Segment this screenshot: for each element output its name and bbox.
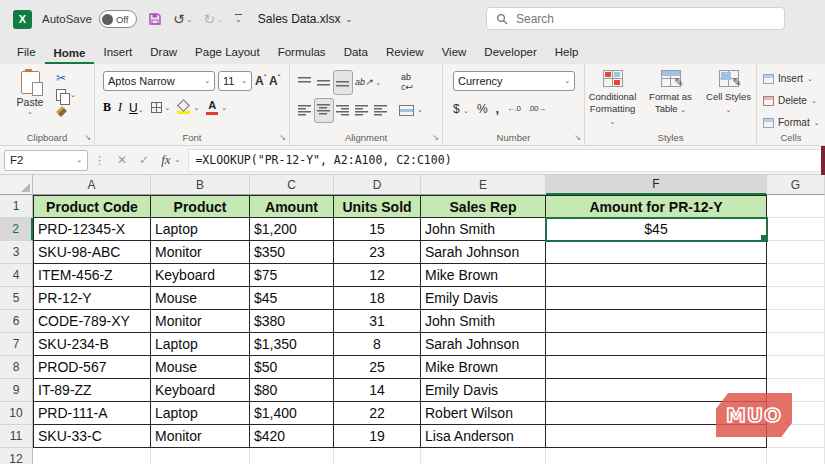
cell-A4[interactable]: ITEM-456-Z — [33, 264, 151, 287]
cell-D2[interactable]: 15 — [334, 218, 421, 241]
decrease-decimal-button[interactable]: .00→ — [528, 104, 545, 113]
align-left-button[interactable] — [298, 105, 311, 116]
number-format-select[interactable]: Currency⌄ — [453, 71, 575, 91]
increase-decimal-button[interactable]: ←.0 — [507, 104, 520, 113]
cell-G8[interactable] — [767, 356, 825, 379]
insert-cells-button[interactable]: Insert⌄ — [763, 73, 813, 84]
format-painter-button[interactable] — [56, 106, 67, 117]
cell-E5[interactable]: Emily Davis — [421, 287, 546, 310]
alignment-dialog-launcher[interactable]: ↘ — [432, 134, 439, 142]
cell-A6[interactable]: CODE-789-XY — [33, 310, 151, 333]
column-header-A[interactable]: A — [33, 175, 151, 195]
cell-B8[interactable]: Mouse — [151, 356, 250, 379]
row-header-10[interactable]: 10 — [0, 402, 33, 425]
cell-A5[interactable]: PR-12-Y — [33, 287, 151, 310]
cell-G5[interactable] — [767, 287, 825, 310]
cell-F6[interactable] — [546, 310, 767, 333]
cell-A12[interactable] — [33, 448, 151, 464]
accounting-format-button[interactable]: $ ⌄ — [453, 102, 469, 116]
tab-insert[interactable]: Insert — [94, 41, 141, 64]
tab-developer[interactable]: Developer — [475, 41, 545, 64]
cell-E9[interactable]: Emily Davis — [421, 379, 546, 402]
document-title[interactable]: Sales Data.xlsx ⌄ — [258, 12, 352, 26]
cell-G2[interactable] — [767, 218, 825, 241]
cell-B2[interactable]: Laptop — [151, 218, 250, 241]
increase-indent-button[interactable] — [374, 105, 387, 116]
font-dialog-launcher[interactable]: ↘ — [279, 134, 286, 142]
customize-quick-access-button[interactable]: ⌄ — [235, 14, 242, 24]
cell-styles-button[interactable]: ✎ Cell Styles ⌄ — [703, 70, 755, 115]
column-header-B[interactable]: B — [151, 175, 250, 195]
decrease-indent-button[interactable] — [355, 105, 368, 116]
cell-F8[interactable] — [546, 356, 767, 379]
cell-B9[interactable]: Keyboard — [151, 379, 250, 402]
name-box[interactable]: F2 ⌄ — [4, 150, 88, 171]
bottom-align-button[interactable] — [333, 70, 353, 95]
delete-cells-button[interactable]: Delete⌄ — [763, 95, 817, 106]
cell-E6[interactable]: John Smith — [421, 310, 546, 333]
cell-B10[interactable]: Laptop — [151, 402, 250, 425]
wrap-text-button[interactable]: abc↩ — [401, 72, 413, 92]
cell-A2[interactable]: PRD-12345-X — [33, 218, 151, 241]
format-as-table-button[interactable]: ✎ Format as Table ⌄ — [645, 70, 697, 115]
row-header-9[interactable]: 9 — [0, 379, 33, 402]
copy-button[interactable]: ⌄ — [56, 89, 76, 101]
cell-D8[interactable]: 25 — [334, 356, 421, 379]
cell-B1[interactable]: Product — [151, 195, 250, 218]
cell-E11[interactable]: Lisa Anderson — [421, 425, 546, 448]
font-size-select[interactable]: 11⌄ — [218, 71, 252, 91]
tab-formulas[interactable]: Formulas — [269, 41, 335, 64]
row-header-4[interactable]: 4 — [0, 264, 33, 287]
cell-D12[interactable] — [334, 448, 421, 464]
clipboard-dialog-launcher[interactable]: ↘ — [84, 134, 91, 142]
cell-F1[interactable]: Amount for PR-12-Y — [546, 195, 767, 218]
cell-A10[interactable]: PRD-111-A — [33, 402, 151, 425]
column-header-C[interactable]: C — [250, 175, 334, 195]
cell-F2[interactable]: $45 — [546, 218, 767, 241]
cell-B11[interactable]: Monitor — [151, 425, 250, 448]
row-header-5[interactable]: 5 — [0, 287, 33, 310]
cell-C9[interactable]: $80 — [250, 379, 334, 402]
cell-E10[interactable]: Robert Wilson — [421, 402, 546, 425]
cell-F4[interactable] — [546, 264, 767, 287]
cell-D5[interactable]: 18 — [334, 287, 421, 310]
cell-B7[interactable]: Laptop — [151, 333, 250, 356]
cell-E7[interactable]: Sarah Johnson — [421, 333, 546, 356]
cell-B6[interactable]: Monitor — [151, 310, 250, 333]
column-header-G[interactable]: G — [767, 175, 825, 195]
undo-button[interactable]: ↺⌄ — [173, 12, 193, 26]
top-align-button[interactable] — [298, 77, 311, 88]
cell-C1[interactable]: Amount — [250, 195, 334, 218]
cell-C12[interactable] — [250, 448, 334, 464]
decrease-font-button[interactable]: Aˇ — [269, 74, 280, 88]
cell-D6[interactable]: 31 — [334, 310, 421, 333]
bold-button[interactable]: B — [103, 100, 111, 115]
cell-C10[interactable]: $1,400 — [250, 402, 334, 425]
cell-C3[interactable]: $350 — [250, 241, 334, 264]
fill-color-button[interactable]: ⌄ — [177, 101, 199, 114]
center-button[interactable] — [314, 98, 334, 123]
cell-C2[interactable]: $1,200 — [250, 218, 334, 241]
cell-F5[interactable] — [546, 287, 767, 310]
cell-E3[interactable]: Sarah Johnson — [421, 241, 546, 264]
cell-G3[interactable] — [767, 241, 825, 264]
cell-G4[interactable] — [767, 264, 825, 287]
row-header-3[interactable]: 3 — [0, 241, 33, 264]
borders-button[interactable]: ⌄ — [151, 102, 171, 113]
align-right-button[interactable] — [336, 105, 349, 116]
conditional-formatting-button[interactable]: Conditional Formatting ⌄ — [587, 70, 639, 127]
tab-file[interactable]: File — [8, 41, 45, 64]
row-header-1[interactable]: 1 — [0, 195, 33, 218]
percent-style-button[interactable]: % — [477, 102, 488, 116]
orientation-button[interactable]: ab↗ ⌄ — [355, 77, 381, 87]
column-header-F[interactable]: F — [546, 175, 767, 195]
tab-help[interactable]: Help — [546, 41, 588, 64]
italic-button[interactable]: I — [118, 100, 122, 115]
cell-A3[interactable]: SKU-98-ABC — [33, 241, 151, 264]
row-header-2[interactable]: 2 — [0, 218, 33, 241]
comma-style-button[interactable]: , — [496, 101, 500, 116]
tab-review[interactable]: Review — [377, 41, 433, 64]
cut-button[interactable]: ✂ — [56, 72, 66, 84]
cell-E4[interactable]: Mike Brown — [421, 264, 546, 287]
search-input[interactable]: Search — [486, 7, 785, 30]
